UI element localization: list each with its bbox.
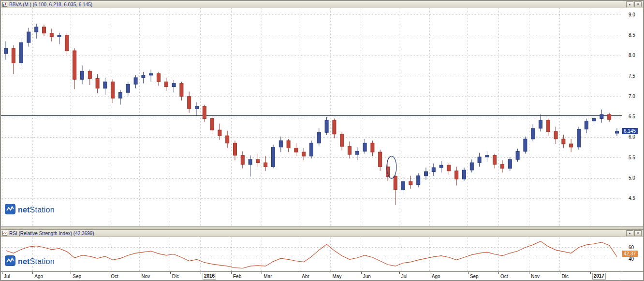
rsi-axis-label: 40 [629,256,634,262]
time-axis-label: Jul [401,274,408,279]
price-y-axis[interactable]: 9.08.58.07.57.06.56.05.55.04.5 [622,8,643,226]
price-axis-label: 4.5 [629,196,635,201]
time-axis-label: May [333,274,342,279]
panel-splitter[interactable] [1,226,643,230]
rsi-chart-area: 6040 42.37 netStation [1,237,643,271]
time-axis-label: Oct [500,274,508,279]
time-axis-label: Oct [111,274,118,279]
time-axis-tick [468,272,468,274]
netstation-logo-icon [5,255,15,268]
axis-border [622,272,622,280]
chart-icon [2,2,7,7]
price-panel-title: BBVA (M ) (6.100, 6.218, 6.035, 6.145) [9,2,92,7]
rsi-chart-canvas[interactable] [1,237,622,271]
rsi-panel-buttons: ▲ ✕ [626,230,642,236]
time-axis-label: Dic [172,274,179,279]
time-axis-tick [140,272,140,274]
time-axis-tick [529,272,529,274]
price-axis-label: 5.5 [629,155,635,160]
rsi-panel-titlebar[interactable]: RSI (Relative Strength Index) (42.3699) … [1,230,643,237]
time-axis-tick [109,272,109,274]
time-axis-tick [262,272,262,274]
netstation-logo-text: netStation [18,257,55,266]
price-axis-label: 7.5 [629,73,635,79]
time-axis-tick [231,272,232,274]
price-axis-label: 8.5 [629,32,635,38]
rsi-axis-label: 60 [629,245,634,250]
logo-text-net: net [18,206,30,214]
price-axis-label: 5.0 [629,175,635,181]
time-axis-label: Jul [4,274,10,279]
time-axis-tick [170,272,171,274]
time-axis-tick [201,272,201,274]
time-axis-tick [430,272,430,274]
price-axis-label: 8.0 [629,53,635,58]
time-axis-label: Feb [233,274,241,279]
logo-text-station: Station [30,206,55,214]
time-axis-label: Sep [73,274,81,279]
rsi-value-tag: 42.37 [622,251,638,257]
time-axis-label: Dic [562,274,569,279]
maximize-panel-button[interactable]: ▲ [626,230,633,236]
logo-text-station: Station [30,257,55,266]
close-panel-button[interactable]: ✕ [634,1,642,7]
rsi-panel-title: RSI (Relative Strength Index) (42.3699) [9,231,94,236]
netstation-logo-icon [5,204,15,216]
time-axis-label: Abr [302,274,309,279]
time-axis-label: 2016 [203,273,216,280]
price-panel-titlebar[interactable]: BBVA (M ) (6.100, 6.218, 6.035, 6.145) ▲… [1,1,643,8]
time-axis-label: Ago [34,274,43,279]
price-axis-label: 7.0 [629,94,635,99]
price-axis-label: 6.0 [629,134,635,140]
time-axis-tick [331,272,331,274]
netstation-window: BBVA (M ) (6.100, 6.218, 6.035, 6.145) ▲… [0,0,644,281]
time-axis-tick [560,272,560,274]
time-axis-tick [361,272,362,274]
time-axis-label: Nov [142,274,150,279]
time-axis-tick [498,272,499,274]
price-chart-area: 9.08.58.07.57.06.56.05.55.04.5 6.145 net… [1,8,643,226]
time-axis-tick [71,272,71,274]
netstation-logo: netStation [5,204,55,216]
time-axis-tick [590,272,591,274]
time-axis-tick [32,272,33,274]
last-price-tag: 6.145 [622,128,638,134]
time-axis-label: Jun [363,274,371,279]
time-axis-label: 2017 [592,273,606,280]
netstation-logo: netStation [5,255,55,268]
time-axis[interactable]: JulAgoSepOctNovDic2016FebMarAbrMayJunJul… [1,271,643,280]
price-chart-canvas[interactable] [1,8,622,226]
time-axis-label: Mar [263,274,272,279]
logo-text-net: net [18,257,30,266]
price-panel-buttons: ▲ ✕ [626,1,642,7]
price-axis-label: 6.5 [629,114,635,119]
indicator-icon [2,231,7,236]
time-axis-label: Ago [432,274,440,279]
price-axis-label: 9.0 [629,12,635,17]
close-panel-button[interactable]: ✕ [634,230,642,236]
netstation-logo-text: netStation [18,206,55,214]
time-axis-label: Sep [470,274,479,279]
time-axis-tick [300,272,300,274]
maximize-panel-button[interactable]: ▲ [626,1,633,7]
time-axis-tick [399,272,400,274]
time-axis-label: Nov [531,274,540,279]
time-axis-tick [2,272,2,274]
